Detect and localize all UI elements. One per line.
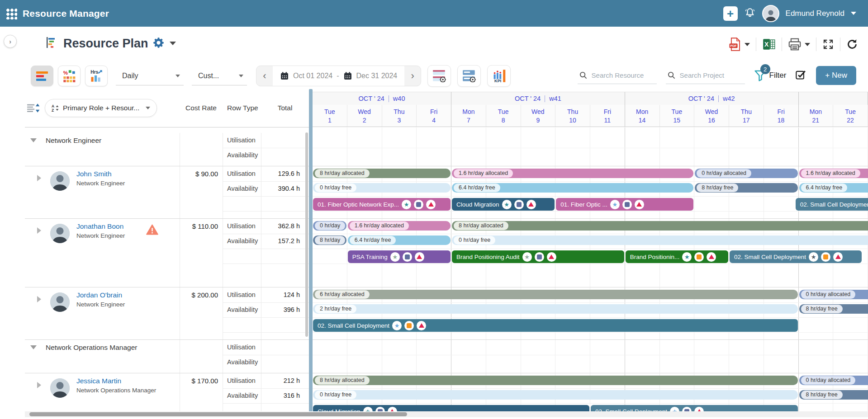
- timeline-day-header[interactable]: Tue15: [660, 105, 695, 127]
- range-preset-select[interactable]: Cust...: [192, 67, 247, 85]
- date-from-value[interactable]: Oct 01 2024: [293, 72, 332, 80]
- resource-avatar[interactable]: [50, 224, 70, 243]
- project-bar[interactable]: 02. Small Cell Deployment: [796, 198, 868, 211]
- date-prev-button[interactable]: ‹: [256, 66, 273, 86]
- export-pdf-button[interactable]: PDF: [729, 38, 750, 51]
- fullscreen-button[interactable]: [822, 38, 834, 50]
- plan-settings-gear-icon[interactable]: [153, 37, 164, 50]
- availability-bar[interactable]: 6.4 hr/day free: [799, 183, 868, 193]
- expand-resource-icon[interactable]: [37, 175, 41, 181]
- project-bar[interactable]: Brand Positionin...★: [626, 250, 728, 263]
- timeline-day-header[interactable]: Fri11: [590, 105, 625, 127]
- allocation-bar[interactable]: 8 hr/day allocated: [452, 221, 868, 231]
- availability-bar[interactable]: 6.4 hr/day free: [452, 183, 693, 193]
- expand-resource-icon[interactable]: [37, 227, 41, 234]
- timeline-day-header[interactable]: Mon7: [451, 105, 486, 127]
- horizontal-scrollbar-thumb[interactable]: [29, 412, 407, 416]
- timeline-day-header[interactable]: Thu17: [729, 105, 764, 127]
- timeline-day-header[interactable]: Wed9: [521, 105, 556, 127]
- resource-row[interactable]: UtilisationAvailabilityJordan O'brainNet…: [25, 287, 309, 340]
- project-bar[interactable]: Cloud Migration★: [452, 198, 555, 211]
- filter-control[interactable]: 2 Filter: [754, 70, 787, 81]
- sort-icon[interactable]: [27, 103, 40, 115]
- notifications-bell-icon[interactable]: [744, 7, 756, 20]
- availability-bar[interactable]: 8 hr/day free: [799, 390, 868, 400]
- view-percentage-button[interactable]: %: [58, 66, 81, 86]
- collapse-group-icon[interactable]: [30, 138, 37, 142]
- search-project-input[interactable]: [679, 71, 743, 80]
- timeline-day-header[interactable]: Thu3: [382, 105, 417, 127]
- availability-bar[interactable]: 0 hr/day free: [313, 390, 798, 400]
- group-row[interactable]: UtilisationAvailabilityNetwork Operation…: [25, 340, 309, 373]
- group-row[interactable]: UtilisationAvailabilityNetwork Engineer: [25, 133, 309, 166]
- availability-bar[interactable]: 2 hr/day free: [313, 304, 798, 314]
- pdf-options-caret-icon[interactable]: [745, 43, 750, 46]
- table-vertical-scrollbar[interactable]: [305, 132, 308, 337]
- bulk-edit-icon[interactable]: [795, 69, 807, 82]
- print-options-caret-icon[interactable]: [805, 43, 810, 46]
- timeline-day-header[interactable]: Mon21: [799, 105, 834, 127]
- timeline-day-header[interactable]: Fri18: [764, 105, 799, 127]
- timeline-day-header[interactable]: Fri4: [417, 105, 451, 127]
- view-gantt-button[interactable]: [31, 66, 53, 86]
- resource-avatar[interactable]: [50, 171, 70, 191]
- allocation-bar[interactable]: 6 hr/day allocated: [313, 290, 798, 299]
- resource-name-link[interactable]: Jonathan Boon: [76, 222, 123, 231]
- allocation-bar[interactable]: 1.6 hr/day allocated: [799, 169, 868, 178]
- allocation-bar[interactable]: 1.6 hr/day allocated: [452, 169, 693, 178]
- new-button[interactable]: + New: [816, 66, 856, 85]
- user-menu-caret-icon[interactable]: [851, 12, 856, 15]
- date-next-button[interactable]: ›: [404, 66, 421, 86]
- overallocation-warning-icon[interactable]: [146, 224, 158, 237]
- allocation-bar[interactable]: 1.6 hr/day allocated: [348, 221, 451, 231]
- project-bar[interactable]: Brand Positioning Audit★: [452, 250, 624, 263]
- panel-splitter[interactable]: [309, 89, 313, 413]
- timeline-day-header[interactable]: Thu10: [555, 105, 590, 127]
- plan-menu-caret-icon[interactable]: [170, 42, 176, 45]
- export-excel-button[interactable]: X: [762, 38, 776, 51]
- allocation-bar[interactable]: 8 hr/day allocated: [313, 169, 451, 178]
- availability-bar[interactable]: 0 hr/day free: [452, 235, 868, 245]
- resource-avatar[interactable]: [50, 378, 70, 398]
- resource-name-link[interactable]: John Smith: [76, 170, 112, 178]
- collapse-group-icon[interactable]: [30, 345, 37, 349]
- group-by-select[interactable]: AZ Primary Role + Resour...: [45, 99, 157, 117]
- app-grid-icon[interactable]: [5, 8, 17, 19]
- availability-bar[interactable]: 6.4 hr/day free: [348, 235, 451, 245]
- resource-row[interactable]: UtilisationAvailabilityJessica MartinNet…: [25, 373, 309, 413]
- timeline-day-header[interactable]: Wed2: [347, 105, 382, 127]
- bar-settings-button[interactable]: [457, 65, 481, 87]
- horizontal-scrollbar[interactable]: [25, 411, 868, 417]
- expand-resource-icon[interactable]: [37, 296, 41, 302]
- availability-bar[interactable]: 8 hr/day free: [799, 304, 868, 314]
- timeline-day-header[interactable]: Mon14: [625, 105, 660, 127]
- project-bar[interactable]: 01. Fiber Optic ...★: [556, 198, 693, 211]
- availability-bar[interactable]: 8 hr/day: [313, 235, 346, 245]
- print-button[interactable]: [788, 38, 810, 51]
- quick-add-button[interactable]: +: [723, 6, 738, 21]
- allocation-bar[interactable]: 8 hr/day allocated: [313, 376, 798, 385]
- resource-avatar[interactable]: [50, 292, 70, 312]
- availability-bar[interactable]: 0 hr/day free: [313, 183, 451, 193]
- timeline-day-header[interactable]: Tue22: [833, 105, 868, 127]
- resource-row[interactable]: UtilisationAvailabilityJonathan BoonNetw…: [25, 219, 309, 287]
- date-to-value[interactable]: Dec 31 2024: [356, 72, 398, 80]
- project-bar[interactable]: 02. Small Cell Deployment★: [313, 319, 798, 332]
- expand-resource-icon[interactable]: [37, 382, 41, 388]
- user-avatar[interactable]: [762, 5, 779, 22]
- availability-bar[interactable]: 8 hr/day free: [695, 183, 797, 193]
- allocation-bar[interactable]: 0 hr/day allocated: [799, 376, 868, 385]
- resource-name-link[interactable]: Jordan O'brain: [76, 291, 122, 299]
- search-resource-input[interactable]: [591, 71, 655, 80]
- timeline-day-header[interactable]: Wed16: [694, 105, 729, 127]
- allocation-bar[interactable]: 0 hr/day allocated: [695, 169, 797, 178]
- allocation-settings-button[interactable]: [427, 65, 451, 87]
- project-bar[interactable]: 01. Fiber Optic Network Exp...★: [313, 198, 451, 211]
- view-hours-button[interactable]: Hrs: [85, 66, 108, 86]
- granularity-select[interactable]: Daily: [116, 67, 184, 85]
- allocation-bar[interactable]: 0 hr/day allocated: [799, 290, 868, 299]
- timeline-day-header[interactable]: Tue8: [486, 105, 521, 127]
- collapse-panel-button[interactable]: ›: [4, 35, 17, 48]
- project-bar[interactable]: 02. Small Cell Deployment★: [730, 250, 862, 263]
- allocation-bar[interactable]: 0 hr/day: [313, 221, 346, 231]
